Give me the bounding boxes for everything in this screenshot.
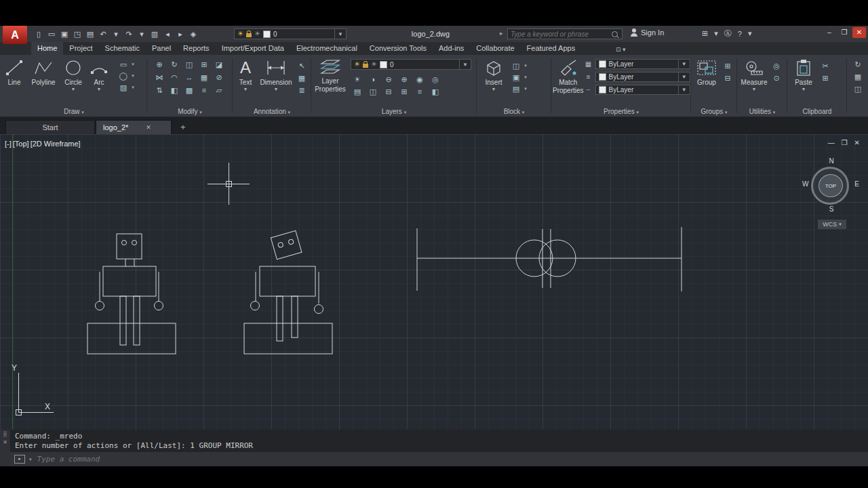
dimension-button[interactable]: Dimension ▼ <box>257 56 295 92</box>
help-caret-icon[interactable]: ▾ <box>748 29 752 38</box>
chevron-down-icon[interactable]: ▾ <box>130 82 136 93</box>
leader-icon[interactable]: ↖ <box>295 60 309 71</box>
search-input[interactable] <box>508 30 612 38</box>
chevron-down-icon[interactable]: ▾ <box>523 83 528 94</box>
chevron-down-icon[interactable]: ▾ <box>130 70 136 81</box>
blend-icon[interactable]: ▱ <box>212 85 226 96</box>
panel-tool-icon[interactable]: ◫ <box>851 83 865 94</box>
restore-button[interactable]: ❐ <box>837 27 851 38</box>
chevron-down-icon[interactable]: ▼ <box>334 29 343 39</box>
chevron-down-icon[interactable]: ▾ <box>29 457 32 462</box>
viewcube-west[interactable]: W <box>802 180 808 188</box>
tab-start[interactable]: Start <box>5 120 95 134</box>
search-expand-icon[interactable]: ▸ <box>500 30 503 37</box>
chevron-down-icon[interactable]: ▼ <box>678 73 687 81</box>
tab-close-icon[interactable]: ✕ <box>146 124 151 131</box>
layer-color-icon[interactable]: ◉ <box>413 74 427 85</box>
layer-state-icon[interactable]: ◎ <box>429 74 442 85</box>
apps-caret-icon[interactable]: ▾ <box>714 29 718 38</box>
chevron-down-icon[interactable]: ▼ <box>678 60 687 68</box>
insert-button[interactable]: Insert ▼ <box>478 56 509 92</box>
hatch-icon[interactable]: ▨ <box>117 82 130 93</box>
ribbon-tab[interactable]: Import/Export Data <box>216 42 290 55</box>
forward-icon[interactable]: ▸ <box>174 28 186 39</box>
match-properties-button[interactable]: Match Properties <box>553 56 584 94</box>
rectangle-icon[interactable]: ▭ <box>117 59 130 70</box>
ribbon-tab[interactable]: Home <box>31 42 63 55</box>
group-edit-icon[interactable]: ⊟ <box>721 73 734 83</box>
layer-isolate-icon[interactable]: ⊕ <box>397 74 411 85</box>
new-file-icon[interactable]: ▯ <box>33 28 45 39</box>
mtext-icon[interactable]: ≣ <box>295 85 309 96</box>
viewcube-east[interactable]: E <box>854 180 859 188</box>
cut-icon[interactable]: ✂ <box>818 60 832 71</box>
plot-icon[interactable]: ▤ <box>84 28 96 39</box>
mirror-icon[interactable]: ⋈ <box>153 72 166 83</box>
sync-icon[interactable]: ↻ <box>851 59 865 70</box>
stretch-icon[interactable]: ↔ <box>182 72 196 83</box>
layer-walk-icon[interactable]: ⊞ <box>397 86 411 97</box>
viewport-style-control[interactable]: [2D Wireframe] <box>31 140 81 148</box>
rotate-icon[interactable]: ↻ <box>167 59 181 70</box>
create-block-icon[interactable]: ◫ <box>509 60 523 71</box>
viewport-restore-icon[interactable]: ❐ <box>842 139 848 146</box>
layer-prev-icon[interactable]: ⊟ <box>382 86 395 97</box>
ribbon-tab[interactable]: Conversion Tools <box>363 42 433 55</box>
ribbon-collapse-icon[interactable]: ⊡ ▾ <box>610 44 631 53</box>
redo-icon[interactable]: ↷ <box>123 28 135 39</box>
circuit-symbol[interactable] <box>417 227 682 291</box>
bylayer-dropdown[interactable]: ByLayer ▼ <box>595 72 690 82</box>
undo-icon[interactable]: ↶ <box>97 28 109 39</box>
copy-icon[interactable]: ⊞ <box>197 59 211 70</box>
fillet-icon[interactable]: ◠ <box>167 72 181 83</box>
polyline-button[interactable]: Polyline <box>27 56 60 86</box>
ribbon-tab[interactable]: Collaborate <box>470 42 520 55</box>
application-menu-button[interactable]: A <box>3 26 27 44</box>
bylayer-dropdown[interactable]: ByLayer ▼ <box>595 59 690 69</box>
layer-properties-button[interactable]: Layer Properties <box>313 55 348 93</box>
layer-dropdown[interactable]: ☀ ☀ 0 ▼ <box>351 59 471 70</box>
chevron-down-icon[interactable]: ▼ <box>459 60 468 69</box>
save-as-icon[interactable]: ◳ <box>71 28 83 39</box>
redo-caret-icon[interactable]: ▾ <box>136 28 148 39</box>
explode-icon[interactable]: ◧ <box>167 85 181 96</box>
help-icon[interactable]: ? <box>738 30 742 38</box>
scale-icon[interactable]: ⇅ <box>153 85 166 96</box>
edit-block-icon[interactable]: ▣ <box>509 72 523 83</box>
viewcube-south[interactable]: S <box>807 205 856 213</box>
tab-logo2[interactable]: logo_2* ✕ <box>96 120 172 134</box>
arc-button[interactable]: Arc ▼ <box>87 56 111 92</box>
line-button[interactable]: Line <box>1 56 27 86</box>
copy-clip-icon[interactable]: ⊞ <box>818 73 832 83</box>
viewcube-top-face[interactable]: TOP <box>818 174 843 197</box>
robot-right[interactable] <box>244 230 332 354</box>
offset-icon[interactable]: ⊘ <box>212 72 226 83</box>
grid-tool-icon[interactable]: ▦ <box>851 71 865 82</box>
group-button[interactable]: Group <box>692 56 721 86</box>
linetype-icon[interactable]: ┄ <box>584 86 593 94</box>
layer-on-icon[interactable]: ☀ <box>351 74 364 85</box>
layer-current-icon[interactable]: ▤ <box>351 86 364 97</box>
trim-icon[interactable]: ◫ <box>182 59 196 70</box>
ribbon-tab[interactable]: Project <box>63 42 98 55</box>
chamfer-icon[interactable]: ≡ <box>197 85 211 96</box>
print-icon[interactable]: ▥ <box>149 28 161 39</box>
viewcube[interactable]: N TOP W E S <box>807 159 856 211</box>
ribbon-tab[interactable]: Schematic <box>99 42 146 55</box>
id-point-icon[interactable]: ◎ <box>770 60 783 71</box>
table-icon[interactable]: ▦ <box>295 73 309 83</box>
viewport-minimize-icon[interactable]: — <box>828 139 835 146</box>
viewcube-north[interactable]: N <box>807 157 856 165</box>
lineweight-icon[interactable]: ≡ <box>584 73 593 81</box>
command-close-icon[interactable]: ✕ <box>3 439 7 446</box>
array-icon[interactable]: ▦ <box>197 72 211 83</box>
ribbon-tab[interactable]: Add-ins <box>433 42 470 55</box>
viewport-view-control[interactable]: [Top] <box>13 140 29 148</box>
sign-in-label[interactable]: Sign In <box>641 28 664 37</box>
ribbon-tab[interactable]: Reports <box>177 42 216 55</box>
customize-icon[interactable]: ▸ <box>14 455 25 464</box>
save-icon[interactable]: ▣ <box>58 28 71 39</box>
paste-button[interactable]: Paste ▼ <box>789 56 818 92</box>
ribbon-tab[interactable]: Electromechanical <box>290 42 363 55</box>
drawing-canvas[interactable]: [-] [Top] [2D Wireframe] — ❐ ✕ N TOP W E… <box>0 134 868 430</box>
